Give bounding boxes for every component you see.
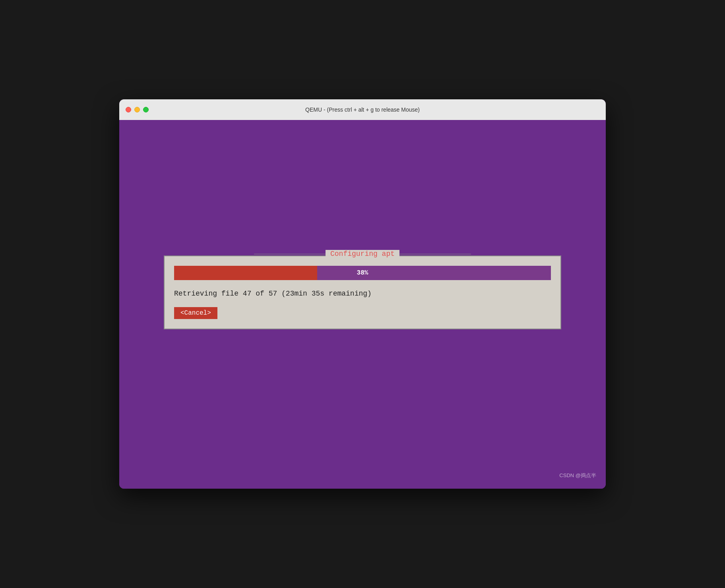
status-text: Retrieving file 47 of 57 (23min 35s rema… [174,288,551,299]
title-line-right [399,254,471,254]
dialog-box: Configuring apt 38% Retrieving file 47 o… [164,255,561,329]
window-title: QEMU - (Press ctrl + alt + g to release … [305,106,420,113]
dialog-title-bar: Configuring apt [254,250,471,258]
close-button[interactable] [126,107,131,112]
progress-bar-label: 38% [174,269,551,277]
progress-bar-container: 38% [174,266,551,280]
minimize-button[interactable] [134,107,140,112]
maximize-button[interactable] [143,107,149,112]
title-bar: QEMU - (Press ctrl + alt + g to release … [119,99,606,120]
cancel-button[interactable]: <Cancel> [174,307,217,319]
title-line-left [254,254,326,254]
qemu-window: QEMU - (Press ctrl + alt + g to release … [119,99,606,489]
watermark: CSDN @捣点半 [559,472,596,479]
traffic-lights [126,107,149,112]
content-area: Configuring apt 38% Retrieving file 47 o… [119,120,606,489]
dialog-title: Configuring apt [326,250,399,258]
